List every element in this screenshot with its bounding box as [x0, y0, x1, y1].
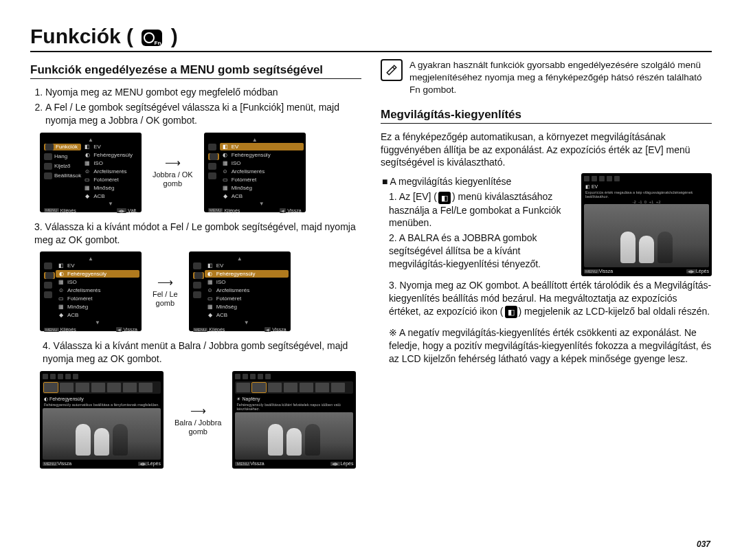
camera-screenshot-3a: ◐ Fehéregyensúly Fehéregyensúly automati… — [40, 371, 164, 469]
camera-screenshot-2a: ▲ ◧EV ◐Fehéregyensúly ▦ISO ☺Arcfel — [40, 251, 142, 331]
arrow-1: ⟶Jobbra / OK gomb — [153, 156, 193, 188]
title-end: ) — [171, 25, 178, 47]
arrow-3: ⟶Balra / Jobbra gomb — [175, 404, 221, 436]
ev-icon-2: ◧ — [505, 306, 517, 318]
arrow-2: ⟶Fel / Le gomb — [153, 276, 178, 308]
ev-icon: ◧ — [438, 192, 451, 204]
tip-box: A gyakran használt funkciók gyorsabb eng… — [381, 59, 712, 97]
page-title: Funkciók ( Fn ) — [30, 25, 712, 48]
step-1: Nyomja meg az MENU gombot egy megfelelő … — [45, 86, 361, 99]
right-heading: Megvilágítás-kiegyenlítés — [381, 108, 712, 122]
ev-step2: A BALRA és a JOBBRA gombok segítségével … — [389, 232, 541, 269]
left-heading-rule — [30, 78, 361, 79]
camera-screenshot-2b: ▲ ◧EV ◐Fehéregyensúly ▦ISO ☺Arcfel — [189, 251, 291, 331]
step-2: A Fel / Le gombok segítségével válassza … — [45, 101, 361, 127]
camera-screenshot-1b: ▲ ◧EV ◐Fehéregyensúly ▦ISO ☺Arcfel — [204, 133, 306, 212]
right-intro: Ez a fényképezőgép automatikusan, a körn… — [381, 131, 712, 170]
camera-screenshot-1a: ▲ Funkciók Hang Kijelző Beállítások ◧EV … — [40, 133, 142, 212]
camera-screenshot-3b: ☀ Napfény Fehéregyensúly beállítása kült… — [232, 371, 356, 469]
tip-text: A gyakran használt funkciók gyorsabb eng… — [409, 59, 712, 97]
step-3: Válassza ki a kívánt módot a Fel / Le go… — [34, 221, 356, 245]
step-4: Válassza ki a kívánt menüt a Balra / Job… — [43, 340, 348, 364]
pencil-note-icon — [381, 59, 403, 81]
title-rule — [30, 51, 712, 52]
camera-row-1: ▲ Funkciók Hang Kijelző Beállítások ◧EV … — [40, 133, 361, 212]
left-heading: Funkciók engedélyezése a MENU gomb segít… — [30, 63, 361, 77]
camera-row-2: ▲ ◧EV ◐Fehéregyensúly ▦ISO ☺Arcfel — [40, 251, 361, 331]
page-number: 037 — [697, 539, 710, 549]
camera-row-3: ◐ Fehéregyensúly Fehéregyensúly automati… — [40, 371, 361, 469]
title-text: Funkciók ( — [30, 25, 133, 47]
right-heading-rule — [381, 123, 712, 124]
fn-badge-icon: Fn — [142, 30, 162, 46]
right-column: A gyakran használt funkciók gyorsabb eng… — [381, 59, 712, 477]
ev-step3b: ) megjelenik az LCD-kijelző bal oldali r… — [519, 306, 710, 317]
ev-step1a: Az [EV] ( — [399, 191, 437, 202]
camera-screenshot-ev: ◧ EV Expozíciós érték megadása a kép vil… — [581, 173, 712, 276]
ev-bullet: A megvilágítás kiegyenlítése — [390, 176, 512, 187]
ev-note: ※ A negatív megvilágítás-kiegyenlítés ér… — [389, 326, 712, 366]
left-column: Funkciók engedélyezése a MENU gomb segít… — [30, 59, 361, 477]
